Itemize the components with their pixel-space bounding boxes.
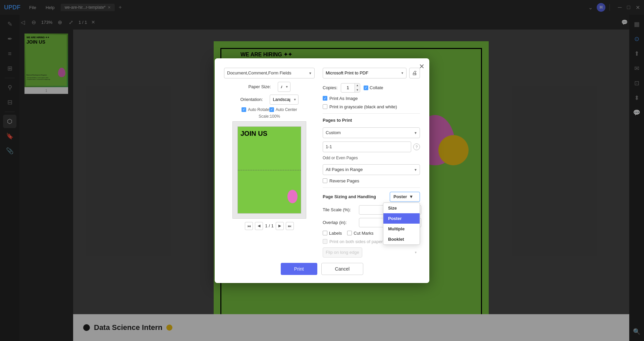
labels-label: Labels	[329, 231, 342, 236]
sizing-option-booklet[interactable]: Booklet	[383, 234, 420, 244]
prev-page-button[interactable]: ◀	[255, 222, 263, 230]
orientation-row: Orientation: Landscape ▼	[240, 95, 298, 105]
labels-checkbox[interactable]	[323, 231, 327, 235]
dialog-right: Microsoft Print to PDF ▼ 🖨 Copies: ▲ ▼	[323, 68, 420, 258]
collate-option: Collate	[364, 85, 383, 90]
paper-size-row: Paper Size: A4 ▼	[248, 82, 290, 92]
copies-row: Copies: ▲ ▼ Collate	[323, 83, 420, 93]
printer-row: Microsoft Print to PDF ▼ 🖨	[323, 68, 420, 78]
sizing-option-poster[interactable]: Poster	[383, 213, 420, 224]
labels-item: Labels	[323, 231, 342, 236]
first-page-button[interactable]: ⏮	[245, 222, 253, 230]
flip-edge-row: Flip on long edge ▼	[323, 247, 420, 258]
print-dialog: ✕ Document,Comment,Form Fields ▼ Paper S…	[215, 58, 429, 283]
page-range-row: ?	[323, 141, 420, 152]
copies-label: Copies:	[323, 85, 337, 90]
page-current: 1 / 1	[265, 223, 273, 228]
page-range-input[interactable]	[323, 141, 411, 152]
print-grayscale-row: Print in grayscale (black and white)	[323, 104, 420, 109]
sizing-option-size[interactable]: Size	[383, 203, 420, 213]
cancel-button[interactable]: Cancel	[321, 263, 364, 275]
print-grayscale-label: Print in grayscale (black and white)	[329, 104, 397, 109]
preview-frame: JOIN US	[232, 121, 306, 219]
next-page-button[interactable]: ▶	[276, 222, 284, 230]
overlap-label: Overlap (in):	[323, 220, 356, 225]
last-page-button[interactable]: ⏭	[286, 222, 294, 230]
print-grayscale-checkbox[interactable]	[323, 104, 327, 109]
auto-center-item: Auto Center	[269, 107, 297, 112]
copies-input[interactable]	[341, 85, 355, 90]
reverse-pages-label: Reverse Pages	[329, 178, 359, 183]
pages-custom-select-wrap: Custom All Pages Current Page ▼	[323, 127, 420, 138]
printer-select[interactable]: Microsoft Print to PDF	[323, 68, 407, 78]
scale-label: Scale:100%	[259, 114, 280, 119]
copies-input-wrap: ▲ ▼	[341, 83, 360, 93]
range-info-icon[interactable]: ?	[413, 144, 420, 150]
copies-down-arrow[interactable]: ▼	[355, 88, 360, 93]
preview-page: JOIN US	[237, 126, 301, 214]
odd-even-select[interactable]: All Pages in Range Odd Pages Only Even P…	[323, 164, 420, 175]
odd-even-select-wrap: All Pages in Range Odd Pages Only Even P…	[323, 164, 420, 175]
divider-2	[323, 187, 420, 188]
cut-marks-item: Cut Marks	[347, 231, 373, 236]
print-as-image-label: Print As Image	[329, 96, 358, 101]
cut-marks-checkbox[interactable]	[347, 231, 352, 235]
pages-custom-select[interactable]: Custom All Pages Current Page	[323, 127, 420, 138]
page-sizing-arrow-icon: ▼	[409, 194, 413, 199]
auto-center-label: Auto Center	[276, 107, 297, 112]
auto-center-checkbox[interactable]	[269, 107, 274, 112]
page-sizing-value: Poster	[393, 194, 407, 199]
print-as-image-checkbox[interactable]	[323, 96, 327, 101]
pages-to-print-label: Pages to Print	[323, 118, 420, 123]
dialog-left: Document,Comment,Form Fields ▼ Paper Siz…	[224, 68, 315, 258]
sizing-option-multiple[interactable]: Multiple	[383, 224, 420, 234]
paper-size-label: Paper Size:	[248, 84, 275, 89]
tile-scale-label: Tile Scale (%):	[323, 207, 356, 212]
auto-rotate-checkbox[interactable]	[241, 107, 246, 112]
printer-settings-button[interactable]: 🖨	[409, 68, 420, 78]
auto-rotate-item: Auto Rotate	[241, 107, 269, 112]
content-type-select[interactable]: Document,Comment,Form Fields	[224, 68, 315, 78]
dialog-close-button[interactable]: ✕	[419, 62, 425, 70]
divider-1	[323, 113, 420, 114]
odd-even-label: Odd or Even Pages	[323, 156, 420, 160]
print-button[interactable]: Print	[281, 263, 317, 275]
print-as-image-row: Print As Image	[323, 96, 420, 101]
preview-dashed-line	[238, 170, 301, 170]
orientation-select[interactable]: Landscape	[270, 95, 298, 105]
pagination: ⏮ ◀ 1 / 1 ▶ ⏭	[245, 222, 293, 230]
dialog-footer: Print Cancel	[224, 263, 420, 275]
cut-marks-label: Cut Marks	[354, 231, 373, 236]
page-sizing-label: Page Sizing and Handling	[323, 194, 376, 199]
dialog-overlay: ✕ Document,Comment,Form Fields ▼ Paper S…	[0, 0, 644, 341]
reverse-pages-row: Reverse Pages	[323, 178, 420, 183]
auto-options-row: Auto Rotate Auto Center	[241, 107, 297, 112]
auto-rotate-label: Auto Rotate	[248, 107, 269, 112]
copies-arrows: ▲ ▼	[355, 83, 360, 93]
flip-edge-select: Flip on long edge	[323, 247, 362, 258]
flip-edge-arrow-icon: ▼	[414, 251, 417, 254]
page-sizing-button[interactable]: Poster ▼	[390, 192, 420, 202]
copies-up-arrow[interactable]: ▲	[355, 83, 360, 88]
page-sizing-row: Page Sizing and Handling Poster ▼ Size P…	[323, 192, 420, 202]
both-sides-label: Print on both sides of paper	[329, 239, 383, 244]
page-sizing-popup: Size Poster Multiple Booklet	[383, 203, 420, 245]
both-sides-checkbox	[323, 239, 327, 244]
page-sizing-dropdown-wrap: Poster ▼ Size Poster Multiple Booklet	[390, 192, 420, 202]
content-type-select-wrap: Document,Comment,Form Fields ▼	[224, 68, 315, 78]
orientation-label: Orientation:	[240, 97, 267, 102]
preview-blob	[287, 190, 298, 203]
dialog-body: Document,Comment,Form Fields ▼ Paper Siz…	[224, 68, 420, 258]
collate-label: Collate	[370, 85, 383, 90]
preview-join-text: JOIN US	[240, 130, 267, 137]
paper-size-select[interactable]: A4	[278, 82, 290, 92]
collate-checkbox[interactable]	[364, 86, 368, 90]
content-type-wrap: Document,Comment,Form Fields ▼	[224, 68, 315, 78]
reverse-pages-checkbox[interactable]	[323, 178, 327, 183]
